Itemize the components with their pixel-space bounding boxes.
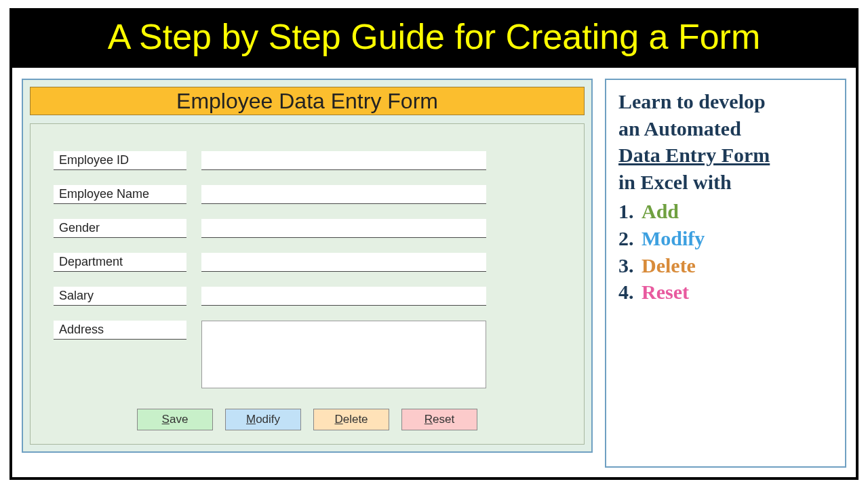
field-row-salary: Salary [54, 287, 561, 306]
form-header: Employee Data Entry Form [30, 87, 585, 115]
input-address[interactable] [201, 321, 486, 388]
info-line-4: in Excel with [618, 169, 834, 196]
field-row-employee-id: Employee ID [54, 151, 561, 170]
form-panel: Employee Data Entry Form Employee ID Emp… [22, 79, 593, 453]
modify-button[interactable]: Modify [225, 409, 301, 430]
info-item-modify: 2.Modify [618, 225, 834, 252]
page-title: A Step by Step Guide for Creating a Form [12, 11, 856, 68]
content-area: Employee Data Entry Form Employee ID Emp… [12, 68, 856, 477]
label-gender: Gender [54, 219, 186, 238]
input-employee-name[interactable] [201, 185, 486, 204]
input-employee-id[interactable] [201, 151, 486, 170]
label-salary: Salary [54, 287, 186, 306]
info-feature-list: 1.Add 2.Modify 3.Delete 4.Reset [618, 198, 834, 305]
info-panel: Learn to develop an Automated Data Entry… [605, 79, 846, 468]
save-button[interactable]: Save [137, 409, 213, 430]
info-line-2: an Automated [618, 115, 834, 142]
info-line-3: Data Entry Form [618, 142, 834, 169]
form-body: Employee ID Employee Name Gender Departm… [30, 123, 585, 445]
field-row-gender: Gender [54, 219, 561, 238]
input-gender[interactable] [201, 219, 486, 238]
info-item-delete: 3.Delete [618, 252, 834, 279]
field-row-employee-name: Employee Name [54, 185, 561, 204]
button-row: Save Modify Delete Reset [54, 403, 561, 432]
field-row-department: Department [54, 253, 561, 272]
input-department[interactable] [201, 253, 486, 272]
field-row-address: Address [54, 321, 561, 388]
reset-button[interactable]: Reset [401, 409, 477, 430]
label-address: Address [54, 321, 186, 340]
info-line-1: Learn to develop [618, 88, 834, 115]
label-employee-id: Employee ID [54, 151, 186, 170]
label-department: Department [54, 253, 186, 272]
page-container: A Step by Step Guide for Creating a Form… [9, 8, 859, 480]
delete-button[interactable]: Delete [313, 409, 389, 430]
label-employee-name: Employee Name [54, 185, 186, 204]
info-item-add: 1.Add [618, 198, 834, 225]
info-item-reset: 4.Reset [618, 279, 834, 306]
input-salary[interactable] [201, 287, 486, 306]
